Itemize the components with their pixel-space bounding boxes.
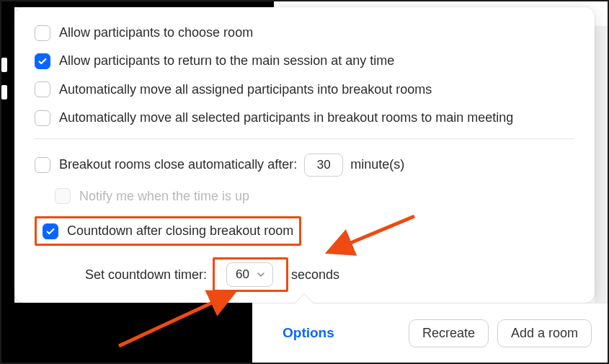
option-auto-move-into-label: Automatically move all assigned particip…	[59, 81, 432, 98]
divider	[35, 138, 574, 139]
timer-value: 60	[236, 267, 249, 283]
options-button[interactable]: Options	[274, 319, 343, 347]
option-auto-close-row[interactable]: Breakout rooms close automatically after…	[35, 154, 574, 177]
option-notify-label: Notify me when the time is up	[79, 188, 249, 205]
footer-bar: Options Recreate Add a room	[252, 303, 608, 363]
breakout-options-panel: Allow participants to choose room Allow …	[14, 7, 595, 303]
option-choose-room-label: Allow participants to choose room	[59, 25, 253, 41]
recreate-button[interactable]: Recreate	[409, 319, 489, 347]
add-room-button[interactable]: Add a room	[497, 319, 592, 347]
timer-label-after: seconds	[291, 267, 339, 283]
checkbox-auto-move-main[interactable]	[35, 110, 50, 126]
timer-label-before: Set countdown timer:	[85, 267, 207, 283]
option-auto-move-into-row[interactable]: Automatically move all assigned particip…	[35, 81, 574, 98]
checkbox-auto-close[interactable]	[35, 157, 50, 173]
option-return-main-label: Allow participants to return to the main…	[59, 53, 394, 69]
option-countdown-row[interactable]: Countdown after closing breakout room	[35, 216, 574, 246]
checkbox-notify	[55, 188, 71, 204]
checkbox-choose-room[interactable]	[35, 25, 50, 41]
option-auto-move-main-label: Automatically move all selected particip…	[59, 110, 513, 126]
auto-close-minutes-value: 30	[317, 157, 331, 173]
auto-close-minutes-input[interactable]: 30	[304, 154, 343, 177]
highlight-countdown: Countdown after closing breakout room	[35, 216, 301, 246]
option-return-main-row[interactable]: Allow participants to return to the main…	[35, 53, 574, 69]
timer-select[interactable]: 60	[226, 262, 273, 287]
auto-close-label-before: Breakout rooms close automatically after…	[59, 156, 297, 173]
add-room-button-label: Add a room	[511, 326, 578, 340]
recreate-button-label: Recreate	[422, 326, 475, 340]
checkbox-return-main[interactable]	[35, 53, 50, 69]
option-auto-move-main-row[interactable]: Automatically move all selected particip…	[35, 110, 574, 126]
chevron-down-icon	[257, 270, 265, 279]
option-notify-row: Notify me when the time is up	[35, 188, 574, 205]
auto-close-label-after: minute(s)	[350, 156, 404, 173]
checkbox-auto-move-into[interactable]	[35, 81, 50, 97]
checkbox-countdown[interactable]	[43, 223, 58, 239]
option-timer-row: Set countdown timer: 60 seconds	[35, 257, 574, 292]
option-countdown-label: Countdown after closing breakout room	[67, 223, 293, 239]
option-choose-room-row[interactable]: Allow participants to choose room	[35, 25, 574, 41]
highlight-timer: 60	[213, 257, 288, 292]
options-button-label: Options	[283, 325, 334, 340]
